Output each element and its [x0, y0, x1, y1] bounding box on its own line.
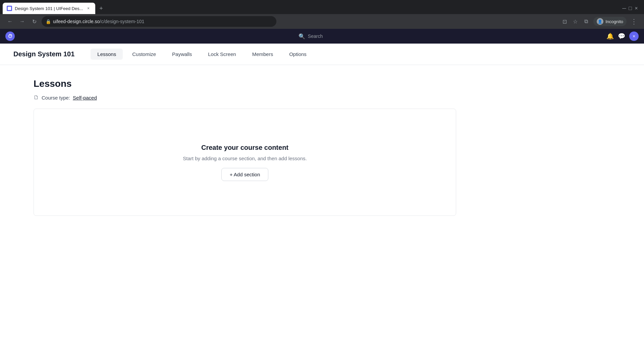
- tab-options[interactable]: Options: [282, 49, 313, 60]
- tab-customize[interactable]: Customize: [125, 49, 163, 60]
- add-section-button[interactable]: + Add section: [221, 168, 268, 181]
- tab-lessons[interactable]: Lessons: [91, 49, 123, 60]
- active-tab[interactable]: Design System 101 | UIFeed Des... ×: [3, 3, 95, 14]
- search-text: Search: [308, 34, 323, 39]
- tab-bar: Design System 101 | UIFeed Des... × + ─ …: [0, 0, 644, 14]
- close-window-button[interactable]: ×: [634, 6, 639, 11]
- back-button[interactable]: ←: [5, 17, 15, 26]
- search-icon: 🔍: [299, 33, 305, 40]
- tab-paywalls[interactable]: Paywalls: [165, 49, 199, 60]
- new-tab-button[interactable]: +: [97, 4, 106, 13]
- lock-icon: 🔒: [46, 19, 51, 24]
- course-nav: Design System 101 Lessons Customize Payw…: [0, 44, 644, 65]
- course-type-label: Course type:: [42, 95, 70, 101]
- address-bar: ← → ↻ 🔒 uifeed-design.circle.so/c/design…: [0, 14, 644, 29]
- course-title: Design System 101: [13, 50, 74, 58]
- app-header: ⏱ 🔍 Search 🔔 💬 ×: [0, 29, 644, 44]
- chat-icon[interactable]: 💬: [618, 33, 625, 40]
- empty-state-description: Start by adding a course section, and th…: [183, 156, 307, 161]
- tab-title: Design System 101 | UIFeed Des...: [15, 6, 83, 11]
- main-content: Lessons 🗋 Course type: Self-paced Create…: [0, 65, 644, 229]
- toolbar-icons: ⊡ ☆ ⧉: [560, 17, 591, 26]
- more-button[interactable]: ⋮: [629, 16, 639, 27]
- incognito-icon: 👤: [597, 18, 603, 25]
- window-controls: ─ □ ×: [622, 6, 641, 11]
- bell-icon[interactable]: 🔔: [606, 33, 614, 40]
- refresh-button[interactable]: ↻: [30, 17, 39, 26]
- nav-tabs: Lessons Customize Paywalls Lock Screen M…: [91, 49, 313, 60]
- tab-members[interactable]: Members: [246, 49, 280, 60]
- url-domain: uifeed-design.circle.so: [53, 19, 100, 24]
- course-type-row: 🗋 Course type: Self-paced: [34, 95, 631, 101]
- incognito-badge[interactable]: 👤 Incognito: [593, 17, 627, 26]
- app-header-right: 🔔 💬 ×: [606, 32, 639, 41]
- extensions-icon[interactable]: ⧉: [581, 17, 591, 26]
- browser-chrome: Design System 101 | UIFeed Des... × + ─ …: [0, 0, 644, 29]
- cast-icon[interactable]: ⊡: [560, 17, 569, 26]
- tab-close-button[interactable]: ×: [86, 6, 91, 11]
- empty-state-title: Create your course content: [201, 144, 288, 152]
- url-bar[interactable]: 🔒 uifeed-design.circle.so/c/design-syste…: [42, 16, 276, 27]
- tab-lock-screen[interactable]: Lock Screen: [201, 49, 243, 60]
- bookmark-icon[interactable]: ☆: [571, 17, 580, 26]
- course-type-icon: 🗋: [34, 95, 39, 101]
- forward-button[interactable]: →: [17, 17, 27, 26]
- page-content: Design System 101 Lessons Customize Payw…: [0, 44, 644, 229]
- page-title: Lessons: [34, 78, 631, 89]
- close-panel-button[interactable]: ×: [629, 32, 639, 41]
- url-path: /c/design-system-101: [100, 19, 144, 24]
- app-search[interactable]: 🔍 Search: [216, 33, 406, 40]
- incognito-label: Incognito: [605, 19, 623, 24]
- app-logo[interactable]: ⏱: [5, 32, 15, 41]
- maximize-button[interactable]: □: [628, 6, 633, 11]
- tab-favicon: [7, 6, 12, 11]
- content-box: Create your course content Start by addi…: [34, 109, 456, 216]
- url-text: uifeed-design.circle.so/c/design-system-…: [53, 19, 144, 24]
- minimize-button[interactable]: ─: [622, 6, 627, 11]
- course-type-link[interactable]: Self-paced: [73, 95, 97, 101]
